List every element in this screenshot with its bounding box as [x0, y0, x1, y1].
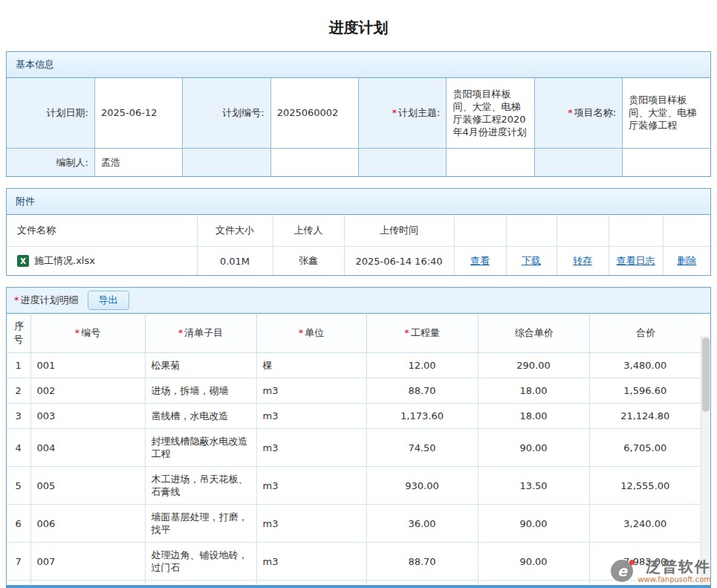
- required-mark: *: [404, 327, 409, 338]
- author-value: 孟浩: [94, 148, 182, 176]
- detail-cell: 90.00: [478, 429, 589, 467]
- code-column-header: *编号: [30, 314, 145, 353]
- detail-cell: m3: [256, 467, 366, 505]
- detail-cell: 12.00: [366, 353, 478, 378]
- plan-subject-label: *计划主题:: [359, 78, 447, 148]
- detail-header-row: 序号 *编号 *清单子目 *单位 *工程量 综合单价 合价: [7, 314, 701, 353]
- progress-plan-page: 进度计划 基本信息 计划日期: 2025-06-12 计划编号: 2025060…: [0, 0, 717, 587]
- page-title: 进度计划: [0, 0, 717, 51]
- total-price-column-header: 合价: [589, 314, 701, 353]
- attachments-table: 文件名称 文件大小 上传人 上传时间 X 施工情况.xlsx 0.01M: [7, 215, 710, 275]
- field-label: 计划编号:: [222, 107, 264, 118]
- detail-cell: 007: [30, 543, 145, 581]
- detail-cell: 处理边角、铺设地砖，过门石: [145, 543, 256, 581]
- detail-row: 2002进场，拆墙，砌墙m388.7018.001,596.60: [7, 378, 701, 404]
- detail-cell: m3: [256, 505, 366, 543]
- detail-table: 序号 *编号 *清单子目 *单位 *工程量 综合单价 合价 1001松果菊棵12…: [7, 314, 701, 587]
- logo-glyph: e: [617, 563, 627, 579]
- upload-time-header: 上传时间: [344, 215, 454, 247]
- required-mark: *: [299, 327, 304, 338]
- detail-cell: 88.70: [366, 378, 478, 404]
- detail-cell: 棵: [256, 353, 366, 378]
- download-link[interactable]: 下载: [522, 255, 541, 266]
- detail-row: 5005木工进场，吊天花板、石膏线m3930.0013.5012,555.00: [7, 467, 701, 505]
- quantity-column-header: *工程量: [366, 314, 478, 353]
- detail-cell: 006: [30, 505, 145, 543]
- empty-header: [609, 215, 663, 247]
- attachments-header-row: 文件名称 文件大小 上传人 上传时间: [7, 215, 710, 247]
- basic-info-section-title: 基本信息: [16, 59, 54, 70]
- unit-column-header: *单位: [256, 314, 366, 353]
- watermark-text-block: 泛普软件 www.fanpusoft.com: [637, 558, 711, 584]
- detail-cell: 7: [7, 543, 30, 581]
- attachments-section-title: 附件: [16, 196, 35, 207]
- detail-panel: *进度计划明细 导出 序号 *编号 *清单子目 *单位 *工程量 综合单价 合价…: [6, 287, 711, 587]
- detail-cell: 13.50: [478, 467, 589, 505]
- bottom-divider: [6, 585, 711, 588]
- item-column-header: *清单子目: [145, 314, 256, 353]
- delete-link[interactable]: 删除: [677, 255, 696, 266]
- uploader-header: 上传人: [273, 215, 344, 247]
- plan-number-value: 2025060002: [270, 78, 358, 148]
- column-label: 单位: [305, 327, 324, 338]
- detail-cell: 3,480.00: [589, 353, 701, 378]
- form-row: 编制人: 孟浩: [7, 148, 710, 176]
- detail-cell: 003: [30, 404, 145, 429]
- download-cell: 下载: [506, 247, 557, 276]
- project-name-value: 贵阳项目样板间、大堂、电梯厅装修工程: [623, 78, 710, 148]
- detail-cell: 封埋线槽隐蔽水电改造工程: [145, 429, 256, 467]
- detail-cell: 松果菊: [145, 353, 256, 378]
- detail-cell: 002: [30, 378, 145, 404]
- empty-label-cell: [534, 148, 622, 176]
- attachments-panel: 附件 文件名称 文件大小 上传人 上传时间 X: [6, 188, 711, 276]
- detail-cell: 12,555.00: [589, 467, 701, 505]
- detail-cell: m3: [256, 429, 366, 467]
- attachments-section-header: 附件: [7, 189, 710, 215]
- detail-cell: 930.00: [366, 467, 478, 505]
- empty-header: [663, 215, 710, 247]
- detail-cell: 木工进场，吊天花板、石膏线: [145, 467, 256, 505]
- detail-scrollbar[interactable]: [701, 336, 710, 586]
- file-size-cell: 0.01M: [197, 247, 273, 276]
- save-as-link[interactable]: 转存: [573, 255, 592, 266]
- upload-time-cell: 2025-06-14 16:40: [344, 247, 454, 276]
- plan-date-label: 计划日期:: [7, 78, 94, 148]
- empty-header: [454, 215, 506, 247]
- column-label: 合价: [636, 327, 655, 338]
- detail-row: 4004封埋线槽隐蔽水电改造工程m374.5090.006,705.00: [7, 429, 701, 467]
- detail-cell: 90.00: [478, 505, 589, 543]
- detail-cell: 3: [7, 404, 30, 429]
- detail-cell: 4: [7, 429, 30, 467]
- detail-cell: 001: [30, 353, 145, 378]
- detail-cell: 2: [7, 378, 30, 404]
- detail-cell: 18.00: [478, 404, 589, 429]
- logo-red-dot: [629, 560, 635, 565]
- empty-value-cell: [270, 148, 358, 176]
- column-label: 综合单价: [515, 327, 554, 338]
- file-name-cell: X 施工情况.xlsx: [7, 247, 197, 276]
- view-log-cell: 查看日志: [609, 247, 663, 276]
- view-log-link[interactable]: 查看日志: [617, 255, 655, 266]
- scrollbar-thumb[interactable]: [702, 337, 710, 412]
- empty-header: [506, 215, 557, 247]
- detail-cell: 6: [7, 505, 30, 543]
- detail-cell: 88.70: [366, 543, 478, 581]
- empty-label-cell: [359, 148, 447, 176]
- detail-title-text: 进度计划明细: [21, 294, 79, 306]
- transfer-cell: 转存: [557, 247, 609, 276]
- fanpu-logo-icon: e: [611, 560, 633, 582]
- view-link[interactable]: 查看: [470, 255, 490, 266]
- column-label: 清单子目: [184, 327, 223, 338]
- required-mark: *: [178, 327, 184, 338]
- export-button[interactable]: 导出: [88, 291, 129, 310]
- basic-info-section-header: 基本信息: [7, 52, 710, 78]
- detail-cell: 36.00: [366, 505, 478, 543]
- detail-cell: 21,124.80: [589, 404, 701, 429]
- detail-cell: 74.50: [366, 429, 478, 467]
- detail-cell: 6,705.00: [589, 429, 701, 467]
- detail-cell: 004: [30, 429, 145, 467]
- excel-file-icon: X: [17, 255, 29, 267]
- project-name-label: *项目名称:: [534, 78, 622, 148]
- detail-cell: 18.00: [478, 378, 589, 404]
- required-mark: *: [14, 294, 19, 306]
